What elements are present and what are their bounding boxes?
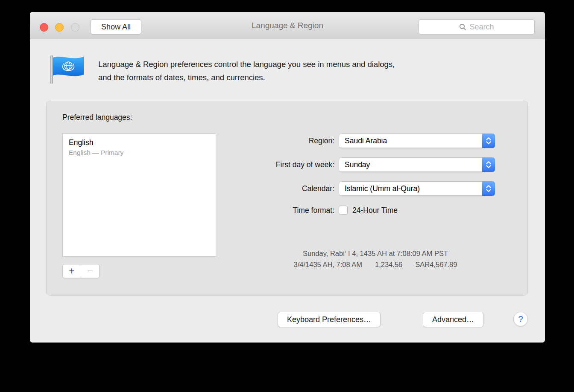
first-day-label: First day of week: <box>47 157 334 172</box>
first-day-value: Sunday <box>345 158 370 171</box>
title-bar[interactable]: Show All Language & Region Search <box>30 12 545 39</box>
first-day-dropdown[interactable]: Sunday <box>339 157 495 172</box>
intro-description: Language & Region preferences control th… <box>98 58 395 84</box>
add-language-button[interactable]: + <box>63 264 81 278</box>
advanced-label: Advanced… <box>432 315 474 324</box>
settings-panel: Preferred languages: English English — P… <box>46 101 528 296</box>
preview-datetime: 3/4/1435 AH, 7:08 AM <box>294 261 363 268</box>
preferences-window: Show All Language & Region Search <box>30 12 545 343</box>
minus-icon: − <box>87 265 93 277</box>
region-dropdown[interactable]: Saudi Arabia <box>339 134 495 148</box>
preferred-languages-label: Preferred languages: <box>62 113 132 122</box>
24-hour-time-label: 24-Hour Time <box>352 206 398 215</box>
minimize-button[interactable] <box>55 23 64 32</box>
keyboard-preferences-button[interactable]: Keyboard Preferences… <box>278 312 381 327</box>
intro-line-2: and the formats of dates, times, and cur… <box>98 71 395 84</box>
chevron-up-down-icon <box>482 134 495 148</box>
zoom-button-disabled <box>71 23 79 32</box>
chevron-up-down-icon <box>482 181 495 196</box>
intro-line-1: Language & Region preferences control th… <box>98 58 395 71</box>
show-all-label: Show All <box>101 23 131 32</box>
plus-icon: + <box>69 265 74 277</box>
calendar-dropdown[interactable]: Islamic (Umm al-Qura) <box>339 181 495 196</box>
question-mark-icon: ? <box>518 314 523 324</box>
help-button[interactable]: ? <box>513 312 528 326</box>
un-flag-icon <box>47 54 85 87</box>
remove-language-button[interactable]: − <box>81 264 99 278</box>
calendar-value: Islamic (Umm al-Qura) <box>345 182 420 195</box>
format-preview-line-1: Sunday, Rabiʻ I 4, 1435 AH at 7:08:09 AM… <box>196 248 555 259</box>
time-format-label: Time format: <box>47 205 334 215</box>
calendar-label: Calendar: <box>47 181 334 196</box>
add-remove-control: + − <box>62 264 100 278</box>
24-hour-time-checkbox[interactable] <box>339 206 348 215</box>
format-preview: Sunday, Rabiʻ I 4, 1435 AH at 7:08:09 AM… <box>196 248 555 270</box>
advanced-button[interactable]: Advanced… <box>423 312 483 327</box>
preview-currency: SAR4,567.89 <box>415 261 457 268</box>
close-button[interactable] <box>40 23 48 32</box>
search-icon <box>459 23 466 31</box>
format-preview-line-2: 3/4/1435 AH, 7:08 AM1,234.56SAR4,567.89 <box>196 259 555 270</box>
region-value: Saudi Arabia <box>345 134 387 148</box>
search-placeholder: Search <box>469 23 494 32</box>
language-detail: English — Primary <box>69 149 210 157</box>
preview-number: 1,234.56 <box>375 261 402 268</box>
search-input[interactable]: Search <box>419 19 535 35</box>
show-all-button[interactable]: Show All <box>91 19 141 35</box>
keyboard-preferences-label: Keyboard Preferences… <box>287 315 371 324</box>
chevron-up-down-icon <box>482 157 495 172</box>
region-label: Region: <box>47 134 334 148</box>
